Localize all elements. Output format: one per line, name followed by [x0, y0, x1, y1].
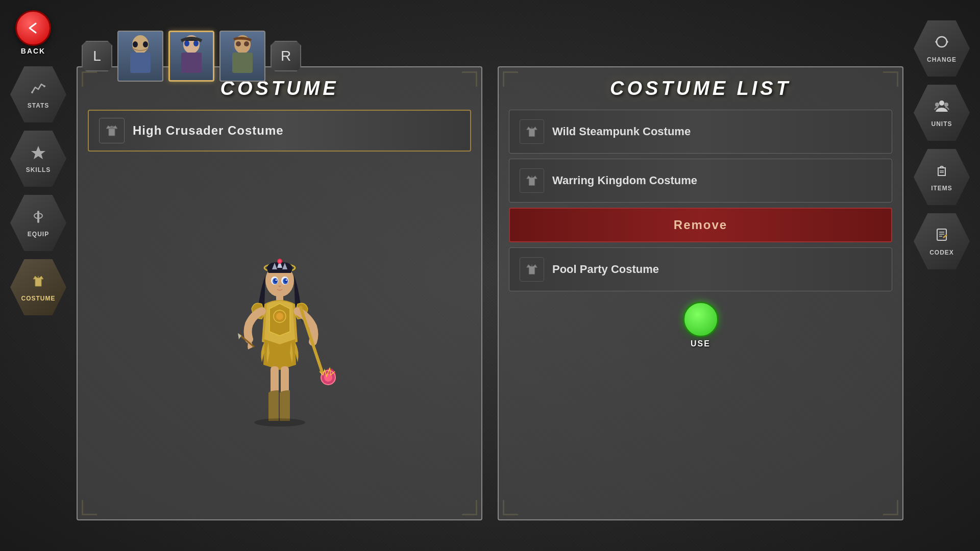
character-display — [88, 162, 471, 512]
costume-icon — [30, 273, 46, 292]
svg-point-7 — [193, 40, 199, 46]
svg-point-13 — [43, 85, 45, 87]
costume-item-wild-steampunk[interactable]: Wild Steampunk Costume — [509, 110, 892, 154]
wild-steampunk-name: Wild Steampunk Costume — [552, 125, 691, 138]
nav-change[interactable]: CHANGE — [914, 20, 970, 77]
remove-button[interactable]: Remove — [509, 208, 892, 242]
svg-line-48 — [300, 306, 326, 383]
svg-point-21 — [935, 103, 939, 107]
svg-point-55 — [254, 418, 305, 427]
char-avatar-3[interactable] — [219, 31, 265, 82]
warring-kingdom-icon — [520, 168, 544, 193]
char-figure — [213, 240, 346, 434]
svg-point-47 — [276, 313, 283, 320]
change-icon — [934, 34, 949, 53]
units-label: UNITS — [932, 120, 952, 128]
nav-stats[interactable]: STATS — [10, 66, 66, 122]
pool-party-icon — [520, 257, 544, 282]
svg-rect-9 — [232, 53, 253, 73]
svg-point-44 — [285, 280, 287, 281]
pool-party-name: Pool Party Costume — [552, 263, 659, 276]
costume-item-pool-party[interactable]: Pool Party Costume — [509, 247, 892, 291]
svg-marker-19 — [935, 39, 937, 44]
use-btn-container: USE — [509, 302, 892, 348]
left-arrow-icon: L — [93, 48, 101, 64]
codex-label: CODEX — [929, 249, 954, 256]
back-button[interactable]: BACK — [15, 10, 51, 55]
codex-icon — [934, 227, 949, 246]
char-prev-button[interactable]: L — [82, 41, 112, 71]
svg-point-2 — [133, 41, 138, 47]
list-corner-bl — [503, 500, 518, 515]
svg-rect-1 — [130, 53, 151, 73]
left-nav: STATS SKILLS EQUIP COSTUME — [10, 66, 66, 315]
back-label: BACK — [21, 47, 45, 55]
items-label: ITEMS — [931, 185, 952, 192]
remove-label: Remove — [674, 218, 727, 232]
list-corner-br — [883, 500, 898, 515]
stats-icon — [30, 80, 46, 99]
use-button[interactable] — [683, 302, 719, 337]
right-nav: CHANGE UNITS ITEMS — [914, 20, 970, 269]
units-icon — [934, 98, 949, 117]
costume-list-panel: COSTUME LIST Wild Steampunk Costume — [498, 66, 903, 520]
right-arrow-icon: R — [281, 48, 291, 64]
nav-codex[interactable]: CODEX — [914, 213, 970, 269]
nav-equip[interactable]: EQUIP — [10, 195, 66, 251]
list-corner-tl — [503, 71, 518, 87]
svg-point-12 — [31, 91, 33, 93]
svg-point-20 — [939, 101, 944, 106]
svg-point-36 — [278, 260, 281, 263]
costume-item-warring-kingdom[interactable]: Warring Kingdom Costume — [509, 159, 892, 203]
back-circle-icon — [15, 10, 51, 46]
svg-point-3 — [143, 41, 148, 47]
costume-panel: COSTUME High Crusader Costume — [77, 66, 482, 520]
costume-label: COSTUME — [21, 295, 56, 302]
skills-label: SKILLS — [26, 166, 51, 173]
wild-steampunk-icon — [520, 119, 544, 144]
equip-icon — [30, 209, 46, 228]
corner-tr — [462, 71, 477, 87]
svg-point-43 — [275, 280, 277, 281]
costume-list-panel-title: COSTUME LIST — [509, 78, 892, 99]
svg-marker-14 — [31, 146, 45, 159]
char-next-button[interactable]: R — [271, 41, 301, 71]
nav-costume[interactable]: COSTUME — [10, 259, 66, 315]
svg-rect-5 — [181, 53, 202, 73]
main-content: COSTUME High Crusader Costume — [77, 66, 903, 520]
nav-items[interactable]: ITEMS — [914, 149, 970, 205]
costume-list-items: Wild Steampunk Costume Warring Kingdom C… — [509, 110, 892, 291]
list-corner-tr — [883, 71, 898, 87]
skills-icon — [30, 144, 46, 163]
nav-units[interactable]: UNITS — [914, 85, 970, 141]
svg-point-22 — [944, 103, 948, 107]
char-selector: L R — [82, 31, 301, 82]
costume-selected-name: High Crusader Costume — [133, 123, 284, 138]
nav-skills[interactable]: SKILLS — [10, 131, 66, 187]
svg-point-6 — [184, 40, 189, 46]
svg-rect-25 — [937, 229, 946, 240]
use-label: USE — [691, 339, 710, 348]
warring-kingdom-name: Warring Kingdom Costume — [552, 174, 697, 187]
items-icon — [934, 163, 949, 182]
stats-label: STATS — [28, 102, 50, 109]
svg-point-10 — [236, 41, 241, 46]
char-avatar-2[interactable] — [168, 31, 214, 82]
costume-selected-bar: High Crusader Costume — [88, 110, 471, 152]
change-label: CHANGE — [927, 56, 957, 63]
equip-label: EQUIP — [28, 231, 49, 238]
svg-rect-15 — [37, 211, 39, 223]
char-avatar-1[interactable] — [117, 31, 163, 82]
costume-selected-icon — [99, 118, 125, 143]
svg-point-11 — [244, 41, 249, 46]
